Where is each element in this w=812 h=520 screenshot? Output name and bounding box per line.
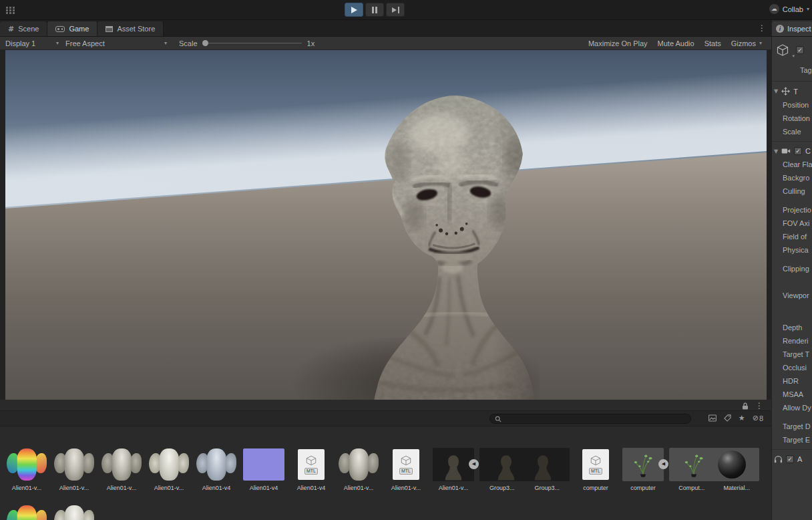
asset-label: Alien01-v...: [12, 485, 41, 491]
layout-grid-icon[interactable]: [6, 7, 8, 9]
stats-button[interactable]: Stats: [704, 39, 721, 47]
gizmos-dropdown[interactable]: Gizmos ▾: [731, 39, 762, 47]
asset-item[interactable]: MTLAlien01-v4: [290, 448, 333, 491]
inspector-property: HDR: [772, 374, 812, 388]
game-icon: [55, 26, 65, 32]
hidden-count-value: 8: [759, 414, 763, 422]
material-sphere-preview: [718, 450, 746, 479]
display-dropdown[interactable]: Display 1 ▾: [5, 37, 59, 50]
texture-wing: [82, 510, 95, 520]
asset-item[interactable]: MTLAlien01-v...: [385, 448, 427, 491]
audio-enabled-checkbox[interactable]: ✓: [786, 455, 794, 463]
inspector-property: Occlusi: [772, 361, 812, 374]
panel-kebab-icon[interactable]: ⋮: [755, 401, 763, 410]
mtl-label: MTL: [304, 468, 318, 475]
camera-enabled-checkbox[interactable]: ✓: [794, 147, 802, 155]
lock-icon[interactable]: [742, 402, 749, 410]
search-by-label-icon[interactable]: [724, 414, 731, 422]
asset-item[interactable]: Alien01-v...: [53, 448, 95, 491]
asset-item[interactable]: Alien01-v...: [5, 448, 48, 491]
audio-listener-section-header[interactable]: ✓ A: [772, 452, 812, 466]
expand-subassets-icon[interactable]: ◀: [469, 459, 479, 469]
asset-thumbnail: MTL: [298, 449, 325, 480]
asset-thumb-box: MTL: [574, 448, 617, 481]
search-input[interactable]: [505, 415, 686, 422]
asset-thumbnail: [479, 448, 570, 481]
asset-thumbnail: [53, 505, 95, 520]
3d-box-icon: [305, 454, 317, 467]
asset-item[interactable]: ◀computer: [622, 448, 664, 491]
asset-item[interactable]: Alien01-v4: [195, 448, 238, 491]
transform-section-header[interactable]: ▼ T: [772, 84, 812, 98]
scale-slider[interactable]: [203, 43, 302, 43]
inspector-tab-bar: i Inspect: [772, 20, 812, 37]
step-button[interactable]: [386, 3, 405, 17]
aspect-dropdown-label: Free Aspect: [65, 39, 105, 47]
tab-inspector[interactable]: i Inspect: [772, 21, 812, 36]
scene-icon: #: [8, 25, 14, 33]
asset-item[interactable]: Alien01-v...: [337, 448, 380, 491]
search-bar[interactable]: [489, 414, 691, 424]
asset-item[interactable]: Alien01-v...: [100, 448, 143, 491]
divider: [772, 141, 812, 142]
search-by-type-icon[interactable]: [708, 414, 717, 422]
asset-thumbnail: [196, 448, 237, 481]
asset-thumbnail: [148, 448, 190, 481]
asset-thumbnail: [433, 448, 474, 481]
asset-item[interactable]: Alien01-v...: [148, 448, 190, 491]
inspector-property: Renderi: [772, 334, 812, 348]
chevron-down-icon: ▾: [792, 53, 795, 59]
audio-section-label: A: [797, 455, 802, 463]
mute-audio-button[interactable]: Mute Audio: [658, 39, 694, 47]
texture-wing: [177, 453, 190, 473]
texture-core: [65, 505, 84, 520]
texture-core: [17, 505, 37, 520]
scale-slider-knob[interactable]: [202, 40, 208, 46]
asset-item[interactable]: MTLcomputer: [574, 448, 617, 491]
tab-game-label: Game: [69, 25, 89, 33]
camera-icon: [781, 147, 791, 155]
foldout-caret-icon: ▼: [774, 148, 778, 154]
asset-label: Group3...: [479, 485, 525, 491]
asset-thumbnail: [243, 448, 284, 481]
gameobject-cube-icon[interactable]: ▾: [776, 43, 789, 58]
asset-label: Material...: [715, 485, 760, 491]
game-render-viewport[interactable]: [5, 50, 767, 400]
asset-item[interactable]: Group3...Group3...: [479, 448, 570, 491]
project-toolbar: ★ ⊘ 8: [0, 411, 771, 426]
play-button[interactable]: [345, 3, 363, 17]
aspect-ratio-dropdown[interactable]: Free Aspect ▾: [65, 37, 167, 50]
favorite-star-icon[interactable]: ★: [739, 414, 745, 422]
inspector-property: Clipping: [772, 262, 812, 275]
asset-thumbnail: [6, 448, 47, 481]
asset-item[interactable]: Comput...Material...: [669, 448, 759, 491]
asset-item[interactable]: [5, 505, 48, 520]
tab-scene-label: Scene: [18, 25, 39, 33]
tab-game[interactable]: Game: [47, 21, 97, 36]
asset-thumb-box: [5, 505, 48, 520]
asset-thumb-box: MTL: [290, 448, 333, 481]
pause-button[interactable]: [365, 3, 384, 17]
maximize-on-play-button[interactable]: Maximize On Play: [588, 39, 648, 47]
asset-grid: Alien01-v...Alien01-v...Alien01-v...Alie…: [5, 448, 759, 491]
asset-label: Alien01-v4: [250, 485, 278, 491]
asset-item[interactable]: [53, 505, 95, 520]
inspector-property: Projectio: [772, 203, 812, 217]
asset-label: Comput...: [669, 485, 715, 491]
game-view-panel: # Scene Game Asset Store ⋮ Display 1 ▾ F…: [0, 20, 771, 520]
tab-options-kebab-icon[interactable]: ⋮: [758, 23, 766, 33]
asset-item[interactable]: ◀Alien01-v...: [432, 448, 475, 491]
asset-thumb-box: [337, 448, 380, 481]
tab-scene[interactable]: # Scene: [0, 21, 47, 36]
active-checkbox[interactable]: ✓: [796, 46, 804, 54]
unity-editor-window: ☁ Collab ▾ # Scene Game Asset Store ⋮ Di…: [0, 0, 812, 520]
collab-dropdown[interactable]: ☁ Collab ▾: [769, 4, 809, 14]
hidden-count-badge[interactable]: ⊘ 8: [753, 414, 763, 422]
asset-item[interactable]: Alien01-v4: [242, 448, 285, 491]
inspector-property: Allow Dy: [772, 401, 812, 414]
camera-section-header[interactable]: ▼ ✓ C: [772, 144, 812, 158]
expand-subassets-icon[interactable]: ◀: [658, 459, 668, 469]
inspector-property: Position: [772, 98, 812, 112]
asset-thumb-box: [5, 448, 48, 481]
tab-asset-store[interactable]: Asset Store: [97, 21, 164, 36]
